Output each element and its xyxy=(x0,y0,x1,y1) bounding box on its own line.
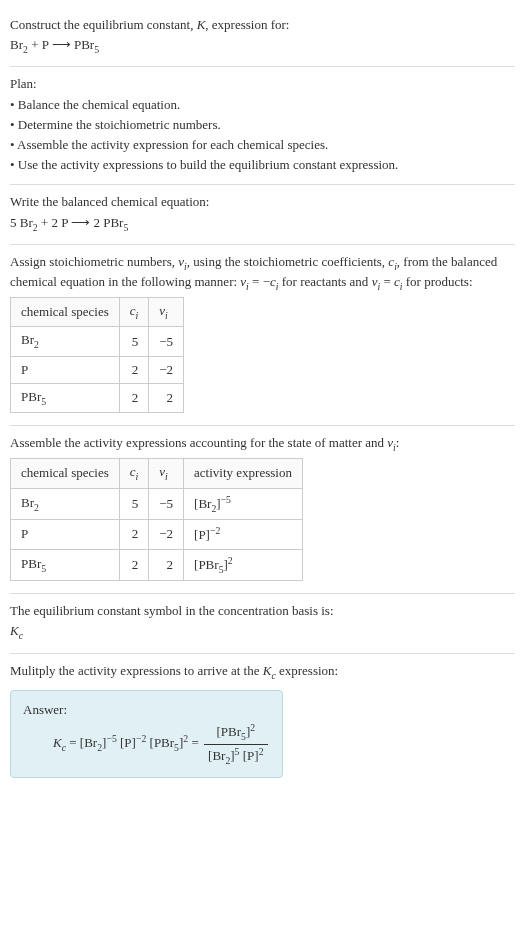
coef-species: 2 PBr xyxy=(90,215,123,230)
equals: = xyxy=(188,735,202,750)
exponent: −5 xyxy=(106,733,116,744)
subscript: 5 xyxy=(41,562,46,573)
exponent: 2 xyxy=(250,722,255,733)
equals: = xyxy=(66,735,80,750)
cell-species: PBr5 xyxy=(11,383,120,412)
exponent: −2 xyxy=(136,733,146,744)
text: [P] xyxy=(194,528,210,543)
balanced-equation: 5 Br2 + 2 P ⟶ 2 PBr5 xyxy=(10,214,515,234)
species: PBr xyxy=(71,37,94,52)
text: = xyxy=(380,274,394,289)
intro-text: Construct the equilibrium constant, xyxy=(10,17,197,32)
col-species: chemical species xyxy=(11,459,120,488)
text: : xyxy=(396,435,400,450)
k-symbol: K xyxy=(10,623,19,638)
table-header-row: chemical species ci νi xyxy=(11,298,184,327)
term: [P] xyxy=(117,735,136,750)
subscript: 2 xyxy=(97,742,102,753)
table-row: PBr5 2 2 [PBr5]2 xyxy=(11,549,303,581)
kc-symbol-section: The equilibrium constant symbol in the c… xyxy=(10,594,515,653)
activity-table: chemical species ci νi activity expressi… xyxy=(10,458,303,581)
cell-c: 2 xyxy=(119,383,149,412)
balanced-section: Write the balanced chemical equation: 5 … xyxy=(10,185,515,244)
subscript: c xyxy=(19,630,23,641)
cell-c: 2 xyxy=(119,520,149,550)
kc-symbol: Kc xyxy=(10,622,515,642)
table-header-row: chemical species ci νi activity expressi… xyxy=(11,459,303,488)
activity-section: Assemble the activity expressions accoun… xyxy=(10,426,515,594)
table-row: Br2 5 −5 [Br2]−5 xyxy=(11,488,303,520)
numerator: [PBr5]2 xyxy=(204,721,267,745)
text: for reactants and xyxy=(279,274,372,289)
table-row: Br2 5 −5 xyxy=(11,327,184,356)
plan-bullet: • Determine the stoichiometric numbers. xyxy=(10,116,515,134)
col-activity: activity expression xyxy=(184,459,303,488)
term: [PBr xyxy=(216,724,241,739)
subscript: 2 xyxy=(225,755,230,766)
subscript: i xyxy=(136,471,139,482)
text: Mulitply the activity expressions to arr… xyxy=(10,663,263,678)
arrow-icon: ⟶ xyxy=(52,37,71,52)
text: = − xyxy=(249,274,270,289)
table-row: P 2 −2 xyxy=(11,356,184,383)
cell-species: P xyxy=(11,356,120,383)
cell-activity: [PBr5]2 xyxy=(184,549,303,581)
cell-v: 2 xyxy=(149,383,184,412)
exponent: −2 xyxy=(210,525,220,536)
multiply-section: Mulitply the activity expressions to arr… xyxy=(10,654,515,787)
cell-c: 5 xyxy=(119,488,149,520)
cell-c: 5 xyxy=(119,327,149,356)
plan-bullet: • Balance the chemical equation. xyxy=(10,96,515,114)
cell-c: 2 xyxy=(119,356,149,383)
text: Br xyxy=(21,495,34,510)
col-species: chemical species xyxy=(11,298,120,327)
cell-activity: [P]−2 xyxy=(184,520,303,550)
cell-v: −2 xyxy=(149,356,184,383)
table-row: PBr5 2 2 xyxy=(11,383,184,412)
exponent: −5 xyxy=(221,494,231,505)
subscript: 5 xyxy=(94,44,99,55)
answer-expression: Kc = [Br2]−5 [P]−2 [PBr5]2 = [PBr5]2 [Br… xyxy=(53,721,270,767)
plus: + 2 P xyxy=(38,215,72,230)
intro-equation: Br2 + P ⟶ PBr5 xyxy=(10,36,515,56)
subscript: 2 xyxy=(211,503,216,514)
subscript: 5 xyxy=(123,221,128,232)
cell-species: Br2 xyxy=(11,327,120,356)
stoich-section: Assign stoichiometric numbers, νi, using… xyxy=(10,245,515,426)
text: Assemble the activity expressions accoun… xyxy=(10,435,387,450)
subscript: 2 xyxy=(34,501,39,512)
text: PBr xyxy=(21,389,41,404)
multiply-title: Mulitply the activity expressions to arr… xyxy=(10,662,515,682)
cell-v: −5 xyxy=(149,327,184,356)
answer-label: Answer: xyxy=(23,701,270,719)
plan-section: Plan: • Balance the chemical equation. •… xyxy=(10,67,515,185)
text: PBr xyxy=(21,556,41,571)
exponent: 2 xyxy=(228,555,233,566)
subscript: 5 xyxy=(41,396,46,407)
k-symbol: K xyxy=(53,735,62,750)
subscript: i xyxy=(165,471,168,482)
cell-c: 2 xyxy=(119,549,149,581)
term: [P] xyxy=(239,748,258,763)
text: , using the stoichiometric coefficients, xyxy=(187,254,389,269)
col-nui: νi xyxy=(149,459,184,488)
species: Br xyxy=(10,37,23,52)
subscript: 2 xyxy=(34,339,39,350)
intro-line: Construct the equilibrium constant, K, e… xyxy=(10,16,515,34)
exponent: 2 xyxy=(259,746,264,757)
subscript: 5 xyxy=(174,742,179,753)
term: [Br xyxy=(208,748,225,763)
text: expression: xyxy=(276,663,338,678)
intro-text-b: , expression for: xyxy=(205,17,289,32)
cell-v: 2 xyxy=(149,549,184,581)
balanced-title: Write the balanced chemical equation: xyxy=(10,193,515,211)
cell-v: −2 xyxy=(149,520,184,550)
subscript: 5 xyxy=(219,564,224,575)
term: [PBr xyxy=(146,735,174,750)
text: for products: xyxy=(402,274,472,289)
coef-species: 5 Br xyxy=(10,215,33,230)
subscript: i xyxy=(136,310,139,321)
kc-title: The equilibrium constant symbol in the c… xyxy=(10,602,515,620)
text: [PBr xyxy=(194,557,219,572)
text: Br xyxy=(21,332,34,347)
